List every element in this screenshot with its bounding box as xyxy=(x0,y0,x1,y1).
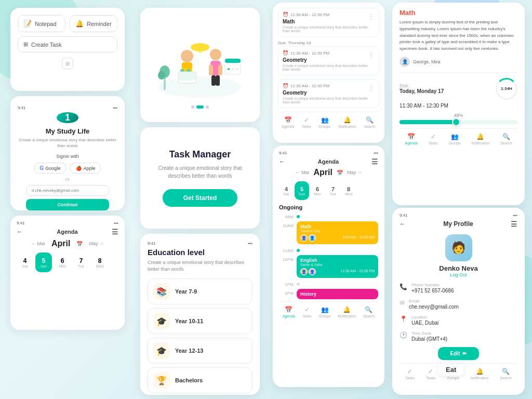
get-started-button[interactable]: Get Started xyxy=(163,189,238,207)
phone-icon: 📞 xyxy=(400,283,407,290)
dot-2[interactable] xyxy=(196,105,204,109)
lg-day-8[interactable]: 8Wed xyxy=(341,181,356,200)
detail-nav-search[interactable]: 🔍Search xyxy=(500,133,512,145)
status-bar: 9:41 ▪▪▪ xyxy=(18,105,117,110)
nav-agenda[interactable]: 📅Agenda xyxy=(282,116,294,128)
edu-item-bachelors[interactable]: 🏆 Bachelors xyxy=(148,367,252,393)
agenda-lg-nav-search[interactable]: 🔍Search xyxy=(363,306,375,318)
edu-icon-year1011: 🎓 xyxy=(153,313,170,329)
continue-button[interactable]: Continue xyxy=(26,199,109,210)
google-signin-button[interactable]: G Google xyxy=(34,163,66,174)
svg-point-0 xyxy=(158,77,242,98)
notepad-button[interactable]: 📝 Notepad xyxy=(18,15,65,32)
profile-nav-notif[interactable]: 🔔Notification xyxy=(471,368,489,380)
agenda-lg-nav-agenda[interactable]: 📅Agenda xyxy=(283,306,295,318)
task-options-2[interactable]: ⋮ xyxy=(367,51,375,59)
task-time-1: 11:30 AM - 12:30 PM xyxy=(290,12,329,17)
detail-nav: 📅Agenda ✓Tasks 👥Groups 🔔Notification 🔍Se… xyxy=(400,128,517,149)
dot-9am xyxy=(297,215,300,218)
day-7[interactable]: 7Tue xyxy=(73,252,89,272)
timezone-value: Dubai (GMT+4) xyxy=(411,336,447,342)
svg-point-4 xyxy=(181,50,193,62)
nav-tasks[interactable]: ✓Tasks xyxy=(302,116,311,128)
edit-button[interactable]: Edit ✏ xyxy=(438,347,480,360)
logout-button[interactable]: Log Out xyxy=(450,272,467,277)
email-input[interactable] xyxy=(26,185,109,196)
profile-menu[interactable]: ☰ xyxy=(511,220,517,228)
day-8[interactable]: 8Wed xyxy=(91,252,108,272)
agenda-lg-nav-groups[interactable]: 👥Groups xyxy=(319,306,331,318)
detail-nav-tasks[interactable]: ✓Tasks xyxy=(429,133,438,145)
study-life-card: 9:41 ▪▪▪ 1 My Study Life Create a unique… xyxy=(10,96,125,210)
reminder-icon: 🔔 xyxy=(75,20,84,28)
progress-bar[interactable] xyxy=(400,120,517,124)
task-options-1[interactable]: ⋮ xyxy=(367,12,375,21)
progress-container: 48% xyxy=(400,113,517,124)
task-item-3[interactable]: ⏰ 11:30 AM - 12:30 PM Geometry Create a … xyxy=(278,79,379,108)
next-month-btn[interactable]: May → xyxy=(89,241,104,246)
agenda-lg-nav-notif[interactable]: 🔔Notification xyxy=(338,306,356,318)
day-6[interactable]: 6Mon xyxy=(54,252,71,272)
time-sm: 9:41 xyxy=(17,221,25,225)
agenda-lg-next[interactable]: May → xyxy=(347,170,362,175)
agenda-lg-back[interactable]: ← xyxy=(279,158,285,165)
edu-title: Education level xyxy=(148,248,252,257)
edu-item-year79[interactable]: 📚 Year 7-9 xyxy=(148,278,252,304)
menu-icon[interactable]: ☰ xyxy=(112,228,118,236)
task-item-1[interactable]: ⏰ 11:30 AM - 12:30 PM Math Create a uniq… xyxy=(278,8,379,37)
day-4[interactable]: 4Sat xyxy=(17,252,33,272)
day-5[interactable]: 5Sun xyxy=(35,252,52,272)
task-item-2[interactable]: ⏰ 11:30 AM - 12:30 PM Geometry Create a … xyxy=(278,46,379,75)
status-time: 9:41 xyxy=(18,105,26,110)
task-desc-3: Create a unique emotional story that des… xyxy=(283,97,375,104)
progress-thumb[interactable] xyxy=(452,118,460,126)
lg-day-4[interactable]: 4Sat xyxy=(279,181,294,200)
profile-nav-search[interactable]: 🔍Search xyxy=(500,368,512,380)
detail-nav-groups[interactable]: 👥Groups xyxy=(449,133,461,145)
lg-day-5[interactable]: 5Sun xyxy=(295,181,309,200)
phone-label: Phone Number xyxy=(411,283,454,287)
edu-item-year1011[interactable]: 🎓 Year 10-11 xyxy=(148,308,252,334)
agenda-lg-menu[interactable]: ☰ xyxy=(371,157,378,166)
agenda-title: Agenda xyxy=(57,229,77,235)
detail-nav-notif[interactable]: 🔔Notification xyxy=(472,133,490,145)
lg-day-6[interactable]: 6Mon xyxy=(310,181,325,200)
profile-nav-tasks1[interactable]: ✓Tasks xyxy=(405,368,415,380)
tasks-list-card: ⏰ 11:30 AM - 12:30 PM Math Create a uniq… xyxy=(273,3,384,143)
task-options-3[interactable]: ⋮ xyxy=(367,84,375,92)
email-value: che.nevy@gmail.com xyxy=(409,304,459,310)
dot-1[interactable] xyxy=(191,105,194,109)
dot-3[interactable] xyxy=(206,105,209,109)
eat-label: Eat xyxy=(438,364,463,376)
event-math[interactable]: Math Tasks & Grp 👤 👤 9:00 AM - 10:00 AM xyxy=(297,221,378,244)
location-info: 📍 Location UAE, Dubai xyxy=(400,315,517,326)
svg-rect-16 xyxy=(216,75,220,86)
bottom-nav-tasks: 📅Agenda ✓Tasks 👥Groups 🔔Notification 🔍Se… xyxy=(278,112,379,132)
back-arrow[interactable]: ← xyxy=(17,228,23,235)
svg-rect-6 xyxy=(182,62,192,69)
agenda-lg-cal-icon[interactable]: 📅 xyxy=(337,170,343,176)
event-english[interactable]: English Sahar & Inika 👤 👤 11:00 AM - 12:… xyxy=(297,255,378,278)
event-math-sub: Tasks & Grp xyxy=(300,229,375,233)
profile-back[interactable]: ← xyxy=(400,220,406,228)
nav-groups[interactable]: 👥Groups xyxy=(319,116,331,128)
event-history[interactable]: History xyxy=(297,289,378,299)
reminder-button[interactable]: 🔔 Reminder xyxy=(70,15,117,32)
profile-nav-tasks2[interactable]: ✓Tasks xyxy=(426,368,435,380)
create-task-button[interactable]: ⊞ Create Task xyxy=(18,36,117,52)
study-desc: Create a unique emotional story that des… xyxy=(18,137,117,149)
agenda-lg-prev[interactable]: ← Mar xyxy=(296,170,310,175)
week-row: 4Sat 5Sun 6Mon 7Tue 8Wed xyxy=(17,252,118,272)
calendar-icon[interactable]: 📅 xyxy=(76,241,83,247)
detail-nav-agenda[interactable]: 📅Agenda xyxy=(405,133,418,145)
nav-notification[interactable]: 🔔Notification xyxy=(338,116,356,128)
prev-month-btn[interactable]: ← Mar xyxy=(31,241,45,246)
email-info: ✉ Email che.nevy@gmail.com xyxy=(400,299,517,310)
agenda-nav-icon: 📅 xyxy=(284,116,292,124)
lg-day-7[interactable]: 7Tue xyxy=(326,181,340,200)
nav-search[interactable]: 🔍Search xyxy=(364,116,375,128)
apple-signin-button[interactable]: 🍎 Apple xyxy=(70,163,101,174)
edu-item-year1213[interactable]: 🎓 Year 12-13 xyxy=(148,338,252,364)
detail-author-name: George, Mira xyxy=(413,59,441,64)
agenda-lg-nav-tasks[interactable]: ✓Tasks xyxy=(302,306,312,318)
